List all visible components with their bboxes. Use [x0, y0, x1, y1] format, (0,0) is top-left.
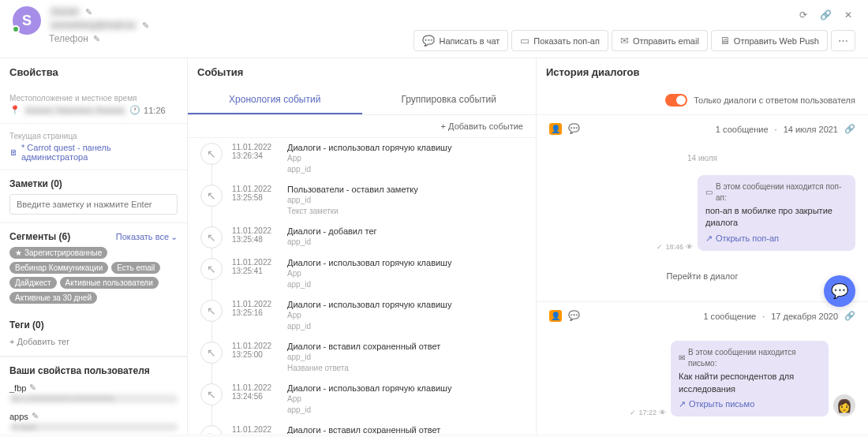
segment-badge[interactable]: Активные пользователи — [60, 277, 159, 289]
event-title: Диалоги - использовал горячую клавишу — [287, 300, 523, 309]
write-chat-label: Написать в чат — [439, 36, 499, 46]
chat-icon: 💬 — [422, 35, 435, 47]
edit-phone-icon[interactable]: ✎ — [93, 34, 100, 44]
edit-prop-icon[interactable]: ✎ — [32, 411, 39, 421]
event-meta: Appapp_id — [287, 153, 523, 175]
show-all-segments-link[interactable]: Показать все ⌄ — [116, 232, 178, 242]
custom-props-title: Ваши свойства пользователя — [9, 365, 178, 376]
phone-label: Телефон — [49, 33, 88, 44]
sender-avatar[interactable]: 👩 — [833, 394, 855, 416]
event-title: Диалоги - вставил сохраненный ответ — [287, 425, 523, 434]
send-push-button[interactable]: 🖥Отправить Web Push — [711, 30, 828, 51]
event-row[interactable]: ↖11.01.202213:24:56Диалоги - использовал… — [200, 379, 523, 420]
check-icon: ✓ — [630, 409, 636, 416]
file-icon: 🗎 — [9, 148, 18, 157]
event-title: Диалоги - использовал горячую клавишу — [287, 383, 523, 393]
user-avatar[interactable]: S — [13, 6, 41, 35]
cursor-icon: ↖ — [200, 258, 223, 280]
status-online-icon — [12, 25, 20, 33]
location-label: Местоположение и местное время — [9, 94, 178, 103]
event-row[interactable]: ↖11.01.202213:26:34Диалоги - использовал… — [200, 138, 523, 180]
event-title: Диалоги - использовал горячую клавишу — [287, 143, 523, 152]
dialog-block: 👤💬1 сообщение · 14 июля 2021🔗14 июля✓ 18… — [537, 114, 868, 301]
send-email-button[interactable]: ✉Отправить email — [612, 30, 708, 51]
dialog-link-icon[interactable]: 🔗 — [844, 124, 855, 134]
event-time: 11.01.202213:25:16 — [232, 300, 278, 332]
eye-icon: 👁 — [686, 243, 693, 251]
tab-grouped[interactable]: Группировка событий — [362, 86, 537, 114]
popup-icon: ▭ — [520, 35, 529, 47]
message-action-link[interactable]: ↗ Открыть письмо — [679, 398, 821, 410]
edit-prop-icon[interactable]: ✎ — [29, 383, 36, 393]
dialog-link-icon[interactable]: 🔗 — [844, 311, 855, 321]
cursor-icon: ↖ — [200, 383, 223, 405]
message-action-link[interactable]: ↗ Открыть поп-ап — [705, 233, 847, 245]
event-meta: Appapp_id — [287, 310, 523, 332]
bell-icon: 🖥 — [720, 35, 730, 47]
event-time: 11.01.202213:26:34 — [232, 143, 278, 175]
event-row[interactable]: ↖11.01.202213:23:56Диалоги - вставил сох… — [200, 420, 523, 434]
message-body: Как найти респондентов для исследования — [679, 371, 821, 395]
custom-prop-value: fb.1.XXXXXXXX.XXXXXXXX — [9, 394, 178, 403]
notes-title: Заметки (0) — [9, 178, 178, 189]
show-popup-button[interactable]: ▭Показать поп-ап — [511, 30, 608, 51]
edit-name-icon[interactable]: ✎ — [85, 7, 92, 17]
dialog-day-separator: 14 июля — [549, 154, 855, 162]
message-bubble[interactable]: ✉ В этом сообщении находится письмо:Как … — [671, 341, 829, 416]
segment-badge[interactable]: Вебинар Коммуникации — [9, 262, 108, 274]
cursor-icon: ↖ — [200, 143, 223, 165]
add-tag-button[interactable]: + Добавить тег — [9, 335, 178, 348]
event-meta: Appapp_id — [287, 268, 523, 290]
current-page-link[interactable]: * Carrot quest - панель администратора — [21, 143, 178, 162]
dialogs-title: История диалогов — [537, 58, 868, 86]
dialog-block: 👤💬1 сообщение · 17 декабря 2020🔗✓ 17:22 … — [537, 301, 868, 432]
event-row[interactable]: ↖11.01.202213:25:00Диалоги - вставил сох… — [200, 337, 523, 379]
link-icon[interactable]: 🔗 — [817, 6, 835, 24]
custom-prop-value: 4-slast — [9, 423, 178, 431]
message-bubble[interactable]: ▭ В этом сообщении находится поп-ап:поп-… — [698, 175, 855, 251]
filter-toggle[interactable] — [665, 94, 687, 106]
user-name-blurred: Sarah — [49, 6, 80, 17]
event-title: Диалоги - использовал горячую клавишу — [287, 258, 523, 267]
user-badge-icon: 👤 — [549, 123, 562, 135]
event-row[interactable]: ↖11.01.202213:25:16Диалоги - использовал… — [200, 295, 523, 337]
segment-badge[interactable]: Активные за 30 дней — [9, 292, 97, 304]
note-input[interactable] — [9, 194, 178, 215]
chat-fab-button[interactable]: 💬 — [824, 275, 855, 307]
cursor-icon: ↖ — [200, 425, 223, 434]
cursor-icon: ↖ — [200, 300, 223, 322]
user-badge-icon: 👤 — [549, 310, 562, 322]
tab-timeline[interactable]: Хронология событий — [188, 86, 362, 114]
segments-title: Сегменты (6) — [9, 231, 70, 242]
show-popup-label: Показать поп-ап — [533, 36, 600, 46]
chat-bubble-icon: 💬 — [568, 123, 580, 135]
events-title: События — [188, 58, 536, 86]
refresh-icon[interactable]: ⟳ — [796, 6, 810, 24]
close-icon[interactable]: ✕ — [841, 6, 855, 24]
event-meta: app_id — [287, 237, 523, 248]
more-button[interactable]: ⋯ — [831, 30, 855, 51]
segment-badge[interactable]: Зарегистрированные — [9, 247, 107, 259]
event-row[interactable]: ↖11.01.202213:25:41Диалоги - использовал… — [200, 253, 523, 295]
event-row[interactable]: ↖11.01.202213:25:58Пользователи - остави… — [200, 180, 523, 222]
add-event-button[interactable]: + Добавить событие — [188, 115, 536, 138]
edit-email-icon[interactable]: ✎ — [142, 21, 149, 31]
cursor-icon: ↖ — [200, 185, 223, 207]
event-row[interactable]: ↖11.01.202213:25:48Диалоги - добавил тег… — [200, 222, 523, 253]
event-time: 11.01.202213:23:56 — [232, 425, 278, 434]
time-value: 11:26 — [144, 106, 166, 115]
write-chat-button[interactable]: 💬Написать в чат — [413, 30, 508, 51]
properties-title: Свойства — [0, 58, 187, 86]
message-body: поп-ап в мобилке про закрытие диалога — [705, 205, 847, 230]
show-all-label: Показать все — [116, 232, 169, 241]
segment-badge[interactable]: Дайджест — [9, 277, 57, 289]
filter-toggle-label: Только диалоги с ответом пользователя — [694, 95, 855, 105]
mail-icon: ✉ — [679, 353, 685, 364]
message-time: ✓ 18:46 👁 — [657, 243, 693, 251]
goto-dialog-link[interactable]: Перейти в диалог — [549, 259, 855, 293]
segment-badge[interactable]: Есть email — [111, 262, 160, 274]
user-email-blurred: something@mail.ru — [49, 20, 137, 31]
message-time: ✓ 17:22 👁 — [630, 409, 666, 416]
event-time: 11.01.202213:24:56 — [232, 383, 278, 416]
event-meta: app_idТекст заметки — [287, 195, 523, 217]
